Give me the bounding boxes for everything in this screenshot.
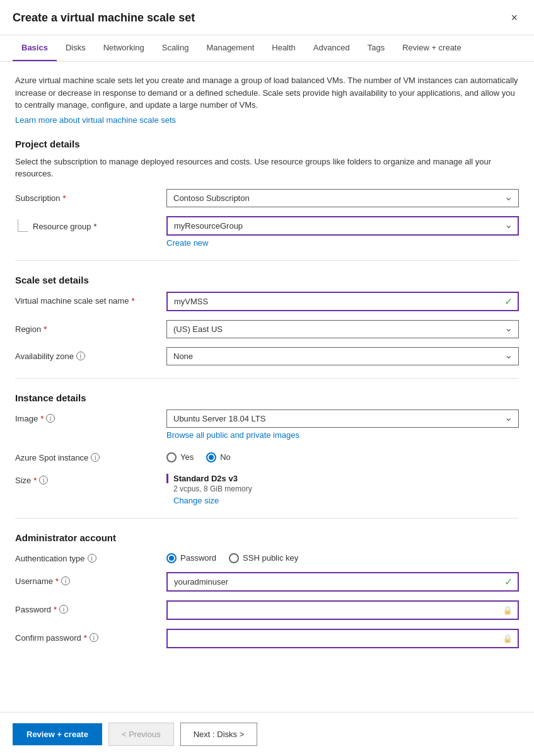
vmss-name-input[interactable] — [166, 292, 519, 311]
spot-no-radio[interactable] — [206, 452, 216, 462]
main-content: Azure virtual machine scale sets let you… — [0, 62, 534, 712]
vmss-name-control — [166, 292, 519, 311]
auth-radio-group: Password SSH public key — [166, 549, 519, 563]
indent-line — [18, 219, 28, 232]
size-name: Standard D2s v3 — [166, 474, 519, 483]
auth-password-label[interactable]: Password — [166, 553, 216, 563]
description-text: Azure virtual machine scale sets let you… — [15, 74, 519, 112]
project-details-title: Project details — [15, 139, 519, 149]
availability-zone-info-icon: i — [76, 352, 85, 360]
subscription-label: Subscription * — [15, 189, 166, 203]
divider-3 — [15, 518, 519, 518]
image-select-wrapper: Ubuntu Server 18.04 LTS — [166, 410, 519, 428]
subscription-control: Contoso Subscripton — [166, 189, 519, 207]
resource-group-row: Resource group * myResourceGroup Create … — [15, 216, 519, 248]
image-required: * — [40, 414, 44, 423]
subscription-select-wrapper: Contoso Subscripton — [166, 189, 519, 207]
subscription-select[interactable]: Contoso Subscripton — [166, 189, 519, 207]
size-row: Size * i Standard D2s v3 2 vcpus, 8 GiB … — [15, 471, 519, 505]
region-select[interactable]: (US) East US — [166, 320, 519, 338]
size-info: Standard D2s v3 2 vcpus, 8 GiB memory Ch… — [166, 471, 519, 505]
tab-health[interactable]: Health — [263, 35, 305, 61]
auth-type-label: Authentication type i — [15, 549, 166, 563]
auth-type-row: Authentication type i Password SSH publi… — [15, 549, 519, 563]
spot-instance-row: Azure Spot instance i Yes No — [15, 449, 519, 462]
image-info-icon: i — [46, 414, 55, 423]
subscription-row: Subscription * Contoso Subscripton — [15, 189, 519, 207]
region-label: Region * — [15, 320, 166, 334]
username-row: Username * i — [15, 572, 519, 592]
size-control: Standard D2s v3 2 vcpus, 8 GiB memory Ch… — [166, 471, 519, 505]
size-detail: 2 vcpus, 8 GiB memory — [166, 484, 519, 493]
password-control — [166, 600, 519, 620]
confirm-password-info-icon: i — [90, 633, 98, 642]
availability-zone-label: Availability zone i — [15, 347, 166, 361]
confirm-password-input[interactable] — [166, 629, 519, 648]
footer: Review + create < Previous Next : Disks … — [0, 712, 534, 756]
tab-management[interactable]: Management — [197, 35, 263, 61]
next-button[interactable]: Next : Disks > — [180, 723, 258, 746]
availability-zone-row: Availability zone i None — [15, 347, 519, 365]
divider-2 — [15, 378, 519, 379]
close-button[interactable]: × — [507, 10, 521, 26]
vmss-name-input-wrap — [166, 292, 519, 311]
tab-disks[interactable]: Disks — [57, 35, 95, 61]
learn-more-link[interactable]: Learn more about virtual machine scale s… — [15, 115, 176, 125]
tab-basics[interactable]: Basics — [13, 35, 57, 61]
confirm-password-control — [166, 629, 519, 648]
username-input[interactable] — [166, 572, 519, 592]
modal-title: Create a virtual machine scale set — [13, 11, 195, 25]
availability-zone-select-wrapper: None — [166, 347, 519, 365]
subscription-required: * — [63, 193, 66, 203]
resource-group-label: Resource group * — [15, 216, 166, 233]
username-input-wrap — [166, 572, 519, 592]
auth-password-radio[interactable] — [166, 553, 177, 563]
tab-networking[interactable]: Networking — [95, 35, 153, 61]
image-row: Image * i Ubuntu Server 18.04 LTS Browse… — [15, 410, 519, 440]
browse-images-link[interactable]: Browse all public and private images — [166, 430, 519, 440]
confirm-password-input-wrap — [166, 629, 519, 648]
spot-yes-radio[interactable] — [166, 452, 177, 462]
username-control — [166, 572, 519, 592]
vmss-name-label: Virtual machine scale set name * — [15, 292, 166, 306]
size-info-icon: i — [39, 476, 48, 484]
password-label: Password * i — [15, 600, 166, 614]
create-vmss-modal: Create a virtual machine scale set × Bas… — [0, 0, 534, 756]
tab-tags[interactable]: Tags — [359, 35, 393, 61]
region-row: Region * (US) East US — [15, 320, 519, 338]
password-input[interactable] — [166, 600, 519, 620]
auth-info-icon: i — [88, 554, 96, 563]
size-required: * — [33, 476, 37, 485]
tab-bar: Basics Disks Networking Scaling Manageme… — [0, 35, 534, 62]
project-details-desc: Select the subscription to manage deploy… — [15, 156, 519, 180]
region-select-wrapper: (US) East US — [166, 320, 519, 338]
username-info-icon: i — [61, 576, 70, 585]
spot-info-icon: i — [91, 453, 100, 462]
spot-instance-control: Yes No — [166, 449, 519, 462]
create-new-link[interactable]: Create new — [166, 238, 519, 248]
spot-no-label[interactable]: No — [206, 452, 231, 462]
tab-advanced[interactable]: Advanced — [305, 35, 359, 61]
confirm-password-label: Confirm password * i — [15, 629, 166, 643]
availability-zone-control: None — [166, 347, 519, 365]
vmss-name-row: Virtual machine scale set name * — [15, 292, 519, 311]
change-size-link[interactable]: Change size — [166, 496, 519, 505]
confirm-password-required: * — [84, 633, 87, 643]
spot-yes-label[interactable]: Yes — [166, 452, 194, 462]
auth-ssh-label[interactable]: SSH public key — [229, 553, 298, 563]
auth-ssh-radio[interactable] — [229, 553, 239, 563]
tab-review[interactable]: Review + create — [393, 35, 470, 61]
rg-required: * — [94, 222, 97, 231]
auth-type-control: Password SSH public key — [166, 549, 519, 563]
image-select[interactable]: Ubuntu Server 18.04 LTS — [166, 410, 519, 428]
password-info-icon: i — [59, 605, 68, 614]
name-required: * — [131, 296, 134, 306]
modal-header: Create a virtual machine scale set × — [0, 0, 534, 35]
availability-zone-select[interactable]: None — [166, 347, 519, 365]
review-create-button[interactable]: Review + create — [13, 723, 102, 745]
password-required: * — [54, 605, 57, 614]
resource-group-select[interactable]: myResourceGroup — [166, 216, 519, 236]
username-required: * — [55, 576, 59, 586]
tab-scaling[interactable]: Scaling — [153, 35, 198, 61]
divider-1 — [15, 260, 519, 261]
